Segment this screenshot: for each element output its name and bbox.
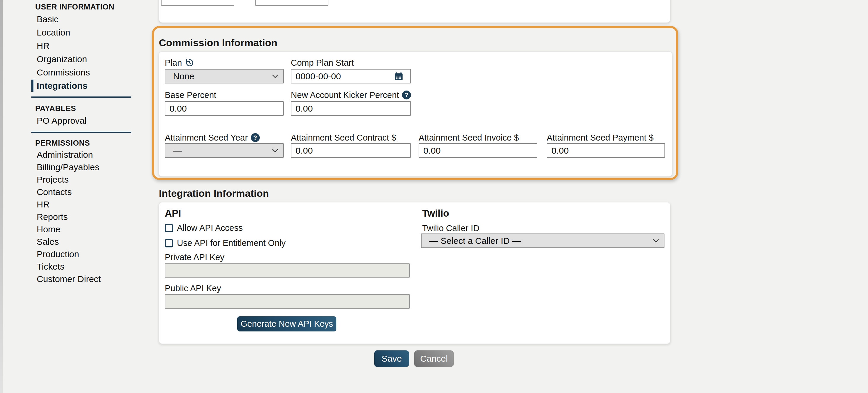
sidebar-item-reports[interactable]: Reports: [31, 211, 131, 223]
seed-year-select-value: —: [173, 146, 182, 156]
seed-contract-label: Attainment Seed Contract $: [291, 132, 396, 143]
sidebar: USER INFORMATION Basic Location HR Organ…: [31, 0, 131, 285]
sidebar-item-permissions-hr[interactable]: HR: [31, 198, 131, 211]
private-api-key-input: [165, 263, 410, 278]
sidebar-item-basic[interactable]: Basic: [31, 12, 131, 26]
public-api-key-input: [165, 294, 410, 309]
sidebar-item-hr[interactable]: HR: [31, 39, 131, 52]
entitlement-only-label: Use API for Entitlement Only: [177, 238, 285, 248]
sidebar-item-commissions[interactable]: Commissions: [31, 66, 131, 79]
plan-select-value: None: [173, 71, 194, 81]
left-scroll-strip[interactable]: [0, 0, 3, 393]
sidebar-item-customer-direct[interactable]: Customer Direct: [31, 273, 131, 285]
seed-payment-input[interactable]: [547, 143, 665, 158]
sidebar-item-administration[interactable]: Administration: [31, 149, 131, 161]
question-icon[interactable]: ?: [402, 91, 411, 99]
seed-year-label-row: Attainment Seed Year ?: [165, 132, 260, 143]
entitlement-only-row: Use API for Entitlement Only: [165, 238, 285, 248]
previous-section-card: [159, 0, 671, 23]
sidebar-item-po-approval[interactable]: PO Approval: [31, 114, 131, 127]
public-api-key-label-text: Public API Key: [165, 283, 221, 293]
plan-label-row: Plan: [165, 58, 194, 68]
sidebar-header-payables: PAYABLES: [31, 103, 131, 114]
commission-card: Plan Comp Plan Start None: [159, 52, 672, 177]
sidebar-item-location[interactable]: Location: [31, 26, 131, 39]
sidebar-item-contacts[interactable]: Contacts: [31, 186, 131, 198]
twilio-heading: Twilio: [422, 207, 449, 220]
twilio-caller-id-label: Twilio Caller ID: [422, 223, 479, 233]
chevron-down-icon: [272, 149, 278, 153]
seed-contract-input[interactable]: [291, 143, 411, 158]
seed-contract-label-text: Attainment Seed Contract $: [291, 132, 396, 143]
question-icon[interactable]: ?: [251, 133, 260, 142]
generate-api-keys-button[interactable]: Generate New API Keys: [237, 316, 336, 331]
integration-section-title: Integration Information: [159, 187, 269, 200]
commission-section-title: Commission Information: [159, 36, 277, 49]
kicker-percent-input[interactable]: [291, 101, 411, 116]
plan-label: Plan: [165, 58, 182, 68]
sidebar-header-permissions: PERMISSIONS: [31, 137, 131, 149]
twilio-caller-id-label-text: Twilio Caller ID: [422, 223, 479, 233]
twilio-caller-id-select[interactable]: — Select a Caller ID —: [421, 234, 664, 248]
chevron-down-icon: [653, 239, 659, 243]
seed-invoice-label-text: Attainment Seed Invoice $: [418, 132, 519, 143]
kicker-label-text: New Account Kicker Percent: [291, 90, 399, 100]
api-heading: API: [165, 207, 181, 220]
chevron-down-icon: [272, 74, 278, 79]
commission-section-highlight: Commission Information Plan Comp Plan St…: [152, 26, 678, 180]
plan-select[interactable]: None: [165, 69, 284, 84]
integration-card: API Allow API Access Use API for Entitle…: [159, 202, 671, 344]
private-api-key-label: Private API Key: [165, 252, 224, 262]
cropped-input[interactable]: [255, 0, 329, 6]
seed-year-label-text: Attainment Seed Year: [165, 132, 248, 143]
seed-year-select[interactable]: —: [165, 143, 284, 158]
kicker-label-row: New Account Kicker Percent ?: [291, 90, 411, 100]
seed-payment-label: Attainment Seed Payment $: [547, 132, 653, 143]
sidebar-item-home[interactable]: Home: [31, 223, 131, 236]
comp-plan-start-label: Comp Plan Start: [291, 58, 354, 68]
sidebar-item-production[interactable]: Production: [31, 248, 131, 261]
entitlement-only-checkbox[interactable]: [165, 239, 173, 247]
twilio-caller-id-value: — Select a Caller ID —: [429, 236, 521, 246]
private-api-key-label-text: Private API Key: [165, 252, 224, 262]
calendar-icon[interactable]: [394, 71, 404, 81]
base-percent-label-text: Base Percent: [165, 90, 216, 100]
sidebar-item-sales[interactable]: Sales: [31, 236, 131, 248]
settings-page: USER INFORMATION Basic Location HR Organ…: [0, 0, 868, 393]
seed-invoice-input[interactable]: [418, 143, 537, 158]
sidebar-divider: [31, 132, 131, 133]
allow-api-access-row: Allow API Access: [165, 223, 243, 233]
sidebar-item-billing-payables[interactable]: Billing/Payables: [31, 161, 131, 174]
base-percent-label: Base Percent: [165, 90, 216, 100]
comp-plan-start-label-text: Comp Plan Start: [291, 58, 354, 68]
save-button[interactable]: Save: [374, 351, 409, 367]
comp-plan-start-input[interactable]: [291, 69, 411, 84]
sidebar-item-projects[interactable]: Projects: [31, 174, 131, 186]
public-api-key-label: Public API Key: [165, 283, 221, 293]
seed-payment-label-text: Attainment Seed Payment $: [547, 132, 653, 143]
cropped-input[interactable]: [161, 0, 234, 6]
history-icon[interactable]: [185, 58, 194, 67]
cancel-button[interactable]: Cancel: [414, 351, 454, 367]
allow-api-access-label: Allow API Access: [177, 223, 243, 233]
base-percent-input[interactable]: [165, 101, 284, 116]
sidebar-item-integrations[interactable]: Integrations: [31, 79, 131, 92]
allow-api-access-checkbox[interactable]: [165, 224, 173, 232]
sidebar-header-user-information: USER INFORMATION: [31, 1, 131, 12]
sidebar-item-tickets[interactable]: Tickets: [31, 261, 131, 273]
sidebar-item-organization[interactable]: Organization: [31, 52, 131, 66]
seed-invoice-label: Attainment Seed Invoice $: [418, 132, 519, 143]
sidebar-divider: [31, 96, 131, 98]
